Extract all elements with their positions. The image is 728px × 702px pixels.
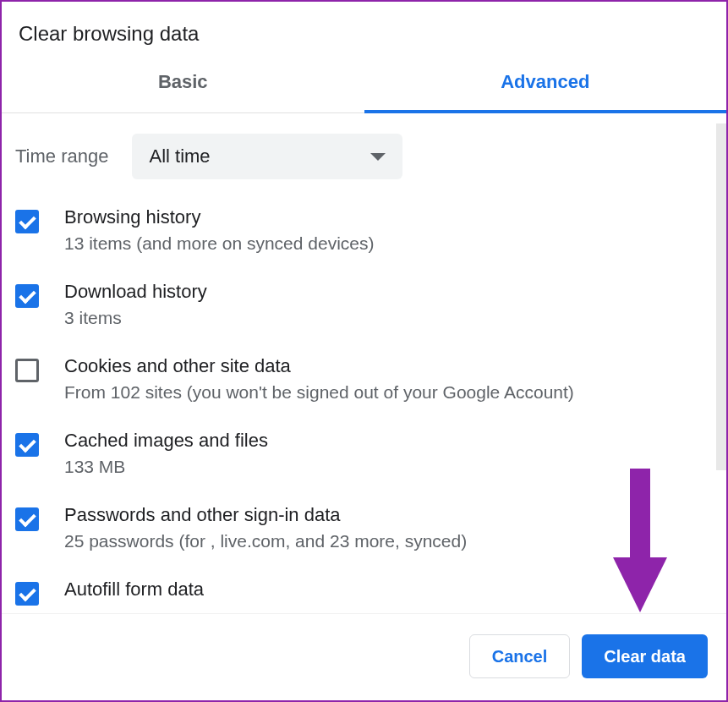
- tab-bar: Basic Advanced: [2, 56, 726, 113]
- list-item: Cached images and files 133 MB: [15, 421, 713, 496]
- item-sub: 3 items: [64, 308, 207, 328]
- item-title: Download history: [64, 281, 207, 303]
- item-title: Cookies and other site data: [64, 355, 574, 377]
- checkbox-passwords[interactable]: [15, 507, 39, 531]
- item-sub: From 102 sites (you won't be signed out …: [64, 382, 574, 403]
- time-range-select[interactable]: All time: [132, 134, 402, 179]
- checkbox-autofill[interactable]: [15, 582, 39, 606]
- dialog-footer: Cancel Clear data: [2, 613, 726, 700]
- cancel-button[interactable]: Cancel: [469, 634, 571, 678]
- dialog-title: Clear browsing data: [2, 2, 726, 56]
- tab-advanced[interactable]: Advanced: [364, 56, 727, 113]
- checkbox-download-history[interactable]: [15, 284, 39, 308]
- checkbox-cookies[interactable]: [15, 359, 39, 382]
- tab-basic[interactable]: Basic: [2, 56, 364, 113]
- list-item: Passwords and other sign-in data 25 pass…: [15, 496, 713, 570]
- clear-browsing-data-dialog: Clear browsing data Basic Advanced Time …: [0, 0, 728, 702]
- item-title: Cached images and files: [64, 430, 268, 452]
- item-title: Autofill form data: [64, 579, 204, 601]
- time-range-row: Time range All time: [15, 113, 713, 198]
- scrollbar[interactable]: [716, 123, 726, 470]
- list-item: Download history 3 items: [15, 272, 713, 347]
- chevron-down-icon: [370, 153, 386, 161]
- item-sub: 13 items (and more on synced devices): [64, 233, 375, 254]
- item-title: Passwords and other sign-in data: [64, 504, 467, 526]
- list-item: Browsing history 13 items (and more on s…: [15, 198, 713, 272]
- list-item: Autofill form data: [15, 570, 713, 606]
- checkbox-browsing-history[interactable]: [15, 210, 39, 233]
- time-range-label: Time range: [15, 145, 108, 167]
- clear-data-button[interactable]: Clear data: [582, 634, 708, 678]
- item-title: Browsing history: [64, 206, 375, 228]
- checkbox-cache[interactable]: [15, 433, 39, 457]
- data-type-list: Browsing history 13 items (and more on s…: [15, 198, 713, 606]
- item-sub: 133 MB: [64, 457, 268, 477]
- item-sub: 25 passwords (for , live.com, and 23 mor…: [64, 531, 467, 551]
- dialog-body: Time range All time Browsing history 13 …: [2, 113, 726, 613]
- time-range-value: All time: [149, 145, 210, 167]
- list-item: Cookies and other site data From 102 sit…: [15, 347, 713, 421]
